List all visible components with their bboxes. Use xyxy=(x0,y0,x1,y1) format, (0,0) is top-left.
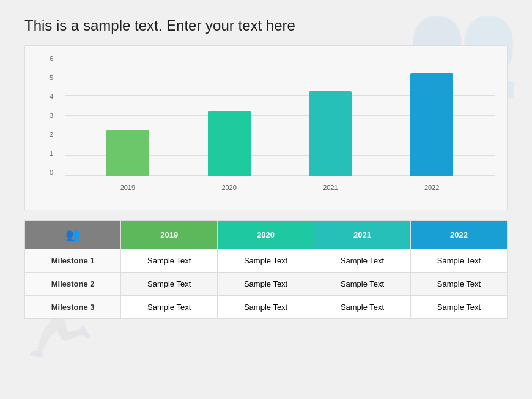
header-row: 👥 2019 2020 2021 2022 xyxy=(25,221,508,249)
header-2021: 2021 xyxy=(314,221,411,249)
bar-group xyxy=(179,111,280,176)
table-cell: Sample Text xyxy=(121,249,218,273)
y-axis-label: 0 xyxy=(50,169,53,176)
table-cell: Sample Text xyxy=(218,249,314,273)
y-axis-label: 1 xyxy=(50,150,53,157)
table-cell: Sample Text xyxy=(411,296,508,319)
bar-group xyxy=(381,73,482,176)
table-row: Milestone 3Sample TextSample TextSample … xyxy=(25,296,508,319)
milestone-label: Milestone 2 xyxy=(25,273,121,296)
table-cell: Sample Text xyxy=(218,273,314,296)
table-row: Milestone 2Sample TextSample TextSample … xyxy=(25,273,508,296)
y-axis-label: 5 xyxy=(50,75,53,81)
y-axis-label: 6 xyxy=(50,56,53,62)
table-cell: Sample Text xyxy=(314,249,411,273)
table-cell: Sample Text xyxy=(121,296,218,319)
main-container: This is a sample text. Enter your text h… xyxy=(0,0,532,331)
table-cell: Sample Text xyxy=(218,296,314,319)
y-axis-label: 3 xyxy=(50,112,53,119)
chart-bar xyxy=(208,111,251,176)
chart-inner: 0123456 2019202020212022 xyxy=(50,56,495,191)
y-axis-label: 2 xyxy=(50,131,53,138)
milestone-label: Milestone 3 xyxy=(25,296,121,319)
people-icon: 👥 xyxy=(65,228,81,241)
chart-bar xyxy=(309,91,352,176)
table-header: 👥 2019 2020 2021 2022 xyxy=(25,221,508,249)
x-axis-label: 2022 xyxy=(381,184,482,191)
table-body: Milestone 1Sample TextSample TextSample … xyxy=(25,249,508,319)
x-axis-labels: 2019202020212022 xyxy=(65,184,495,191)
milestone-label: Milestone 1 xyxy=(25,249,121,273)
table-cell: Sample Text xyxy=(411,273,508,296)
table-row: Milestone 1Sample TextSample TextSample … xyxy=(25,249,508,273)
milestone-table: 👥 2019 2020 2021 2022 Milestone 1Sample … xyxy=(24,220,508,319)
table-cell: Sample Text xyxy=(314,273,411,296)
chart-bar xyxy=(410,73,453,176)
chart-bar xyxy=(106,130,149,176)
bar-group xyxy=(77,130,179,176)
header-2022: 2022 xyxy=(411,221,508,249)
page-title: This is a sample text. Enter your text h… xyxy=(24,17,508,34)
table-cell: Sample Text xyxy=(314,296,411,319)
bars-area xyxy=(65,56,495,176)
x-axis-label: 2019 xyxy=(77,184,179,191)
header-2020: 2020 xyxy=(218,221,314,249)
y-axis-label: 4 xyxy=(50,93,53,100)
y-axis: 0123456 xyxy=(50,56,53,176)
bar-group xyxy=(280,91,382,176)
x-axis-label: 2021 xyxy=(280,184,382,191)
bar-chart: 0123456 2019202020212022 xyxy=(24,45,508,210)
header-2019: 2019 xyxy=(121,221,218,249)
table-cell: Sample Text xyxy=(121,273,218,296)
x-axis-label: 2020 xyxy=(179,184,280,191)
header-icon-cell: 👥 xyxy=(25,221,121,249)
table-cell: Sample Text xyxy=(411,249,508,273)
